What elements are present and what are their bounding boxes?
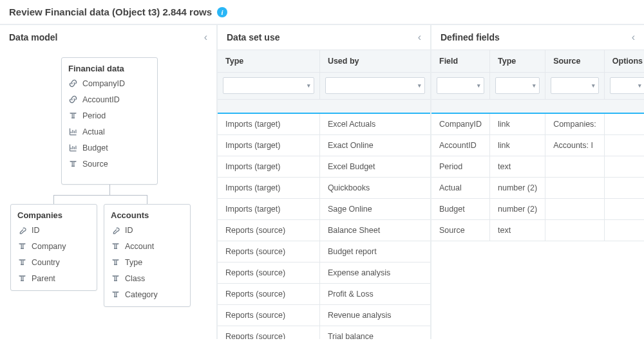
table-row[interactable]: Imports (target)Excel Budget — [218, 156, 430, 178]
table-row[interactable]: Budgetnumber (2) — [431, 199, 644, 220]
table-row[interactable]: Imports (target)Quickbooks — [218, 178, 430, 199]
table-row[interactable]: Actualnumber (2) — [431, 178, 644, 199]
cell-type: Reports (source) — [218, 241, 319, 263]
table-row[interactable]: Imports (target)Excel Actuals — [218, 113, 430, 135]
table-row[interactable]: Reports (source)Expense analysis — [218, 263, 430, 284]
col-options[interactable]: Options — [604, 50, 644, 73]
col-type[interactable]: Type — [218, 50, 319, 73]
cell-used-by: Sage Online — [319, 199, 430, 220]
cell-type: text — [490, 156, 545, 178]
node-field-label: Period — [82, 111, 106, 120]
connector — [53, 195, 147, 196]
table-row[interactable]: Reports (source)Revenue analysis — [218, 305, 430, 326]
connector — [147, 195, 147, 204]
cell-source: Companies: — [545, 113, 605, 135]
cell-used-by: Trial balance — [319, 326, 430, 340]
cell-options — [604, 178, 644, 199]
cell-used-by: Quickbooks — [319, 178, 430, 199]
col-source[interactable]: Source — [545, 50, 605, 73]
col-field[interactable]: Field — [431, 50, 490, 73]
panel-data-model: Data model ‹ Financial data CompanyIDAcc… — [0, 25, 218, 339]
table-row[interactable]: AccountIDlinkAccounts: I — [431, 135, 644, 156]
collapse-icon[interactable]: ‹ — [204, 32, 207, 43]
node-field[interactable]: Parent — [11, 270, 97, 286]
cell-options — [604, 135, 644, 156]
table-row[interactable]: CompanyIDlinkCompanies: — [431, 113, 644, 135]
node-field[interactable]: Country — [11, 254, 97, 270]
link-icon — [68, 95, 78, 104]
filter-type[interactable] — [223, 77, 314, 94]
node-field[interactable]: Budget — [62, 140, 157, 156]
filter-field[interactable] — [437, 77, 484, 94]
node-field-label: Class — [125, 274, 145, 283]
text-icon — [17, 241, 27, 251]
table-row[interactable]: Sourcetext — [431, 220, 644, 241]
cell-options — [604, 156, 644, 178]
collapse-icon[interactable]: ‹ — [418, 32, 421, 43]
node-field[interactable]: Company — [11, 238, 97, 254]
filter-type[interactable] — [495, 77, 540, 94]
cell-type: link — [490, 135, 545, 156]
node-field[interactable]: Actual — [62, 124, 157, 140]
node-field[interactable]: Class — [104, 270, 190, 286]
node-field-label: CompanyID — [82, 79, 125, 88]
node-field-label: Company — [32, 242, 66, 251]
cell-type: Reports (source) — [218, 305, 319, 326]
table-row[interactable]: Imports (target)Exact Online — [218, 135, 430, 156]
node-field[interactable]: AccountID — [62, 91, 157, 107]
collapse-icon[interactable]: ‹ — [632, 32, 635, 43]
panel-title-defined-fields: Defined fields — [440, 32, 500, 42]
node-field-label: Actual — [82, 127, 105, 136]
cell-source — [545, 199, 605, 220]
table-row[interactable]: Reports (source)Trial balance — [218, 326, 430, 340]
node-title: Accounts — [104, 205, 190, 222]
text-icon — [17, 257, 27, 267]
node-field[interactable]: Period — [62, 107, 157, 124]
cell-field: Actual — [431, 178, 490, 199]
node-field-label: ID — [125, 226, 133, 235]
cell-used-by: Profit & Loss — [319, 284, 430, 305]
node-field[interactable]: Category — [104, 286, 190, 302]
node-field-label: Type — [125, 258, 142, 267]
key-icon — [111, 225, 120, 235]
cell-used-by: Budget report — [319, 241, 430, 263]
info-icon[interactable]: i — [217, 7, 227, 17]
node-field[interactable]: Account — [104, 238, 190, 254]
panel-title-data-set-use: Data set use — [227, 32, 279, 42]
filter-source[interactable] — [551, 77, 599, 94]
node-field[interactable]: ID — [11, 222, 97, 238]
table-row[interactable]: Periodtext — [431, 156, 644, 178]
col-type[interactable]: Type — [490, 50, 545, 73]
text-icon — [68, 159, 78, 169]
filter-options[interactable] — [610, 77, 644, 94]
cell-type: text — [490, 220, 545, 241]
cell-used-by: Revenue analysis — [319, 305, 430, 326]
node-field[interactable]: Type — [104, 254, 190, 270]
cell-type: Imports (target) — [218, 156, 319, 178]
table-row[interactable]: Imports (target)Sage Online — [218, 199, 430, 220]
table-row[interactable]: Reports (source)Budget report — [218, 241, 430, 263]
node-field[interactable]: Source — [62, 156, 157, 172]
table-row[interactable]: Reports (source)Balance Sheet — [218, 220, 430, 241]
cell-type: number (2) — [490, 199, 545, 220]
col-used-by[interactable]: Used by — [319, 50, 430, 73]
chart-icon — [68, 143, 78, 152]
node-field[interactable]: ID — [104, 222, 190, 238]
cell-field: CompanyID — [431, 113, 490, 135]
node-companies[interactable]: Companies IDCompanyCountryParent — [10, 204, 97, 291]
cell-type: number (2) — [490, 178, 545, 199]
cell-used-by: Excel Actuals — [319, 113, 430, 135]
node-title: Companies — [11, 205, 97, 222]
text-icon — [111, 241, 120, 251]
node-field-label: ID — [32, 226, 40, 235]
cell-type: link — [490, 113, 545, 135]
node-financial-data[interactable]: Financial data CompanyIDAccountIDPeriodA… — [61, 57, 158, 185]
cell-used-by: Excel Budget — [319, 156, 430, 178]
text-icon — [68, 111, 78, 120]
node-field[interactable]: CompanyID — [62, 75, 157, 91]
cell-type: Reports (source) — [218, 284, 319, 305]
node-accounts[interactable]: Accounts IDAccountTypeClassCategory — [104, 204, 191, 307]
data-model-canvas: Financial data CompanyIDAccountIDPeriodA… — [0, 50, 216, 333]
filter-used-by[interactable] — [325, 77, 425, 94]
table-row[interactable]: Reports (source)Profit & Loss — [218, 284, 430, 305]
